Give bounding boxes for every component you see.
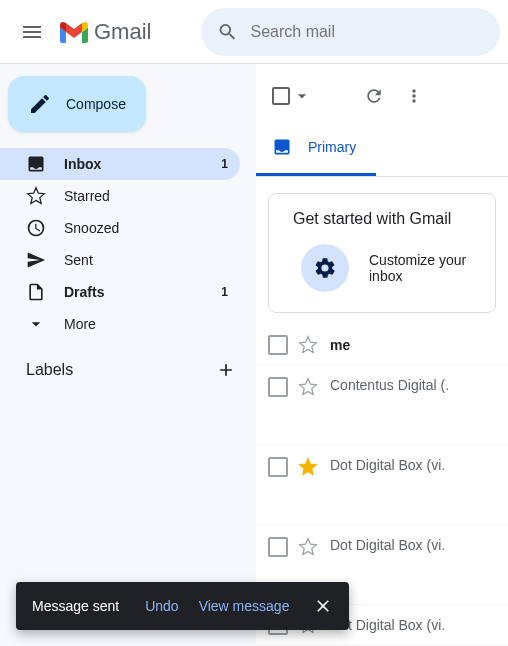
nav-label: More	[64, 316, 228, 332]
mail-sender: Dot Digital Box (vi.	[330, 457, 445, 473]
nav-label: Starred	[64, 188, 228, 204]
close-icon	[313, 596, 333, 616]
refresh-icon	[364, 86, 384, 106]
gear-icon	[313, 256, 337, 280]
nav-label: Inbox	[64, 156, 221, 172]
compose-label: Compose	[66, 96, 126, 112]
pencil-icon	[28, 92, 52, 116]
labels-title: Labels	[26, 361, 73, 379]
mail-sender: me	[330, 337, 350, 353]
nav-label: Drafts	[64, 284, 221, 300]
send-icon	[26, 250, 46, 270]
view-message-button[interactable]: View message	[199, 598, 290, 614]
search-icon	[217, 20, 238, 44]
gmail-logo-icon	[60, 21, 88, 43]
mail-row[interactable]: Dot Digital Box (vi.	[256, 445, 508, 525]
nav-label: Snoozed	[64, 220, 228, 236]
more-vert-icon	[404, 86, 424, 106]
hamburger-icon	[20, 20, 44, 44]
promo-title: Get started with Gmail	[293, 210, 479, 228]
toast-notification: Message sent Undo View message	[16, 582, 349, 630]
star-icon	[298, 457, 318, 477]
star-button[interactable]	[298, 377, 318, 397]
getting-started-card: Get started with Gmail Customize your in…	[268, 193, 496, 313]
sidebar-item-more[interactable]: More	[0, 308, 240, 340]
toast-close-button[interactable]	[305, 588, 341, 624]
sidebar-item-drafts[interactable]: Drafts 1	[0, 276, 240, 308]
tab-primary[interactable]: Primary	[256, 120, 376, 176]
mail-checkbox[interactable]	[268, 335, 288, 355]
mail-sender: Dot Digital Box (vi.	[330, 537, 445, 553]
chevron-icon	[26, 314, 46, 334]
clock-icon	[26, 218, 46, 238]
mail-checkbox[interactable]	[268, 457, 288, 477]
sidebar-item-snoozed[interactable]: Snoozed	[0, 212, 240, 244]
file-icon	[26, 282, 46, 302]
main-panel: Primary Get started with Gmail Customize…	[256, 72, 508, 646]
mail-checkbox[interactable]	[268, 537, 288, 557]
star-button[interactable]	[298, 335, 318, 355]
select-all-checkbox[interactable]	[272, 86, 312, 106]
inbox-icon	[26, 154, 46, 174]
refresh-button[interactable]	[354, 76, 394, 116]
tab-primary-label: Primary	[308, 139, 356, 155]
promo-action-text: Customize your inbox	[369, 252, 479, 284]
mail-row[interactable]: me	[256, 325, 508, 365]
star-button[interactable]	[298, 457, 318, 477]
search-input[interactable]	[250, 23, 484, 41]
nav-count: 1	[221, 285, 228, 299]
toast-message: Message sent	[32, 598, 119, 614]
gmail-logo[interactable]: Gmail	[60, 19, 151, 45]
star-icon	[26, 186, 46, 206]
sidebar-item-starred[interactable]: Starred	[0, 180, 240, 212]
sidebar: Compose Inbox 1 Starred Snoozed Sent Dra…	[0, 64, 256, 646]
nav-label: Sent	[64, 252, 228, 268]
category-tabs: Primary	[256, 120, 508, 177]
app-header: Gmail	[0, 0, 508, 64]
gmail-logo-text: Gmail	[94, 19, 151, 45]
plus-icon[interactable]	[216, 360, 236, 380]
mail-row[interactable]: Contentus Digital (.	[256, 365, 508, 445]
customize-inbox-button[interactable]: Customize your inbox	[293, 244, 479, 292]
mail-checkbox[interactable]	[268, 377, 288, 397]
star-icon	[298, 377, 318, 397]
sidebar-item-sent[interactable]: Sent	[0, 244, 240, 276]
star-icon	[298, 537, 318, 557]
star-button[interactable]	[298, 537, 318, 557]
more-button[interactable]	[394, 76, 434, 116]
star-icon	[298, 335, 318, 355]
undo-button[interactable]: Undo	[145, 598, 178, 614]
compose-button[interactable]: Compose	[8, 76, 146, 132]
search-bar[interactable]	[201, 8, 500, 56]
sidebar-item-inbox[interactable]: Inbox 1	[0, 148, 240, 180]
labels-header: Labels	[0, 360, 256, 380]
dropdown-icon	[292, 86, 312, 106]
mail-sender: Contentus Digital (.	[330, 377, 449, 393]
toolbar	[256, 72, 508, 120]
nav-count: 1	[221, 157, 228, 171]
main-menu-button[interactable]	[8, 8, 56, 56]
inbox-icon	[272, 137, 292, 157]
